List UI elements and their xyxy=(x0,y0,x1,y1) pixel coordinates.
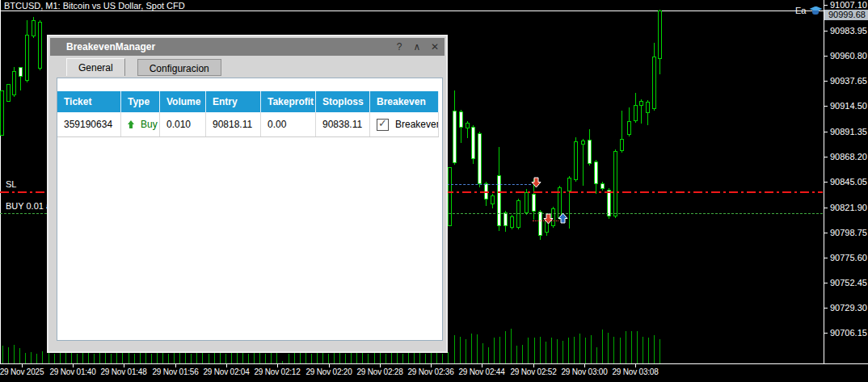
volume-bar xyxy=(317,353,318,363)
volume-bar xyxy=(466,339,466,363)
candle-body xyxy=(538,212,542,236)
price-tick xyxy=(824,106,828,107)
volume-bar xyxy=(220,353,221,363)
volume-bar xyxy=(202,352,203,363)
volume-bar xyxy=(568,338,569,363)
candle-body xyxy=(25,35,29,81)
time-tick-label: 29 Nov 02:04 xyxy=(203,367,249,376)
help-icon[interactable]: ? xyxy=(394,41,404,52)
breakeven-checkbox[interactable]: ✓ xyxy=(377,119,389,131)
volume-bar xyxy=(8,347,9,363)
close-icon[interactable]: ✕ xyxy=(430,41,440,52)
volume-bar xyxy=(488,347,489,363)
price-tick xyxy=(824,157,828,157)
expert-advisor-badge: Ea xyxy=(795,5,822,16)
volume-bar xyxy=(265,354,266,363)
volume-bar xyxy=(225,354,226,363)
volume-bar xyxy=(499,337,500,363)
volume-bar xyxy=(168,354,169,363)
trade-open-line xyxy=(447,184,531,185)
price-tick xyxy=(824,31,828,31)
candle-body xyxy=(459,111,463,128)
time-tick-label: 29 Nov 03:00 xyxy=(561,367,607,376)
candle-body xyxy=(581,141,585,145)
volume-bar xyxy=(540,337,541,363)
volume-bar xyxy=(71,351,72,363)
volume-bar xyxy=(626,331,626,363)
volume-bar xyxy=(557,339,558,363)
volume-bar xyxy=(328,354,329,363)
volume-bar xyxy=(631,331,632,363)
candle-body xyxy=(600,183,605,189)
volume-bar xyxy=(48,353,49,363)
candle-body xyxy=(634,105,638,121)
cell-breakeven: ✓Breakeven xyxy=(370,112,439,136)
time-tick-label: 29 Nov 03:08 xyxy=(612,367,658,376)
volume-bar xyxy=(289,354,289,363)
price-tick-label: 90729.30 xyxy=(830,303,867,313)
volume-bar xyxy=(454,335,455,363)
candle-body xyxy=(510,216,514,228)
volume-bar xyxy=(425,354,426,363)
tab-bar: General Configuracion xyxy=(66,58,221,76)
trade-arrow-down-red-icon xyxy=(543,213,554,225)
volume-bar xyxy=(82,353,83,363)
candle-body xyxy=(613,151,617,216)
volume-bar xyxy=(140,353,141,363)
volume-bar xyxy=(431,353,432,363)
price-tick-label: 90914.50 xyxy=(830,101,867,111)
time-tick-label: 29 Nov 02:36 xyxy=(407,367,453,376)
current-price-badge: 90999.68 xyxy=(824,10,868,20)
cell-type: Buy xyxy=(121,112,160,136)
volume-bar xyxy=(345,354,346,363)
ea-label: Ea xyxy=(795,6,806,15)
price-tick-label: 90821.90 xyxy=(830,203,867,212)
panel-title: BreakevenManager xyxy=(66,41,155,52)
volume-bar xyxy=(505,331,506,363)
price-tick xyxy=(824,258,828,258)
panel-title-bar[interactable]: BreakevenManager ? ∧ ✕ xyxy=(50,38,445,56)
volume-bar xyxy=(380,352,381,363)
volume-bar xyxy=(196,353,197,363)
price-tick-label: 91007.10 xyxy=(830,0,867,10)
volume-bar xyxy=(254,353,255,363)
cell-stoploss: 90838.11 xyxy=(316,112,370,136)
column-header: Entry xyxy=(206,91,261,112)
time-tick-label: 29 Nov 01:40 xyxy=(49,367,95,376)
price-axis: 90999.68 91007.1090983.9590960.8090937.6… xyxy=(824,0,868,363)
volume-bar xyxy=(179,353,180,363)
volume-bar xyxy=(659,339,660,363)
candle-body xyxy=(639,101,643,106)
volume-bar xyxy=(105,353,106,363)
price-tick-label: 90937.65 xyxy=(830,76,867,86)
volume-bar xyxy=(231,352,232,363)
volume-bar xyxy=(185,351,186,363)
volume-bar xyxy=(300,353,301,363)
chart-left-border xyxy=(0,11,1,363)
candle-body xyxy=(532,194,536,212)
candle-body xyxy=(504,212,508,226)
tab-configuracion[interactable]: Configuracion xyxy=(137,59,221,76)
candle-body xyxy=(6,84,11,102)
volume-bar xyxy=(591,335,592,363)
volume-bar xyxy=(374,353,375,363)
volume-bar xyxy=(36,354,37,363)
panel-content: TicketTypeVolumeEntryTakeprofitStoplossB… xyxy=(57,78,443,341)
volume-bar xyxy=(362,351,363,363)
volume-bar xyxy=(111,354,112,363)
price-tick xyxy=(824,333,828,334)
candle-body xyxy=(32,20,36,36)
tab-general[interactable]: General xyxy=(66,58,125,76)
collapse-icon[interactable]: ∧ xyxy=(412,41,422,52)
buy-arrow-icon xyxy=(128,120,135,128)
table-row[interactable]: 359190634Buy0.01090818.110.0090838.11✓Br… xyxy=(57,112,439,137)
volume-bar xyxy=(613,337,614,363)
candle-body xyxy=(567,178,571,191)
volume-bar xyxy=(368,354,369,363)
volume-bar xyxy=(276,353,277,363)
column-header: Breakeven xyxy=(370,91,439,112)
volume-bar xyxy=(391,351,392,363)
volume-bar xyxy=(448,352,449,363)
volume-bar xyxy=(157,351,158,363)
volume-bar xyxy=(414,353,415,363)
